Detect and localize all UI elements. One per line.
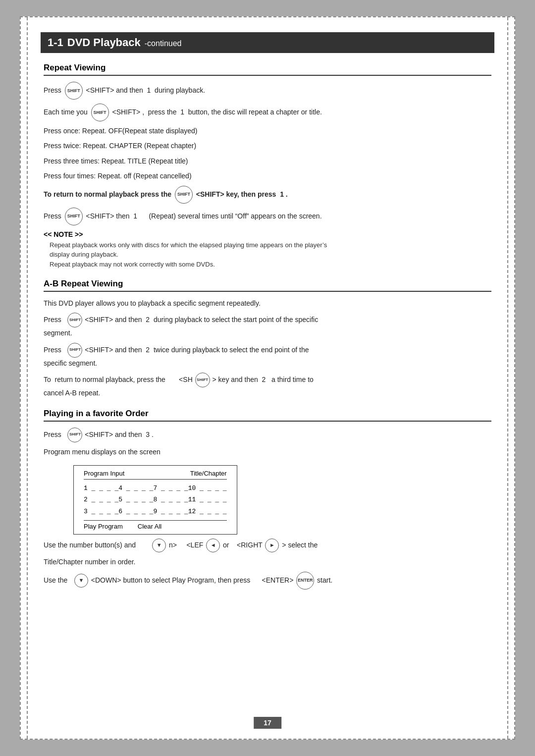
note-block: << NOTE >> Repeat playback works only wi… (44, 230, 491, 270)
pt-footer: Play Program Clear All (84, 520, 227, 530)
pt-rows: 1 _ _ _ _4 _ _ _ _7 _ _ _ _10 _ _ _ _ 2 … (84, 483, 227, 517)
ab-line3: To return to normal playback, press the … (44, 373, 491, 398)
pt-col2: Title/Chapter (190, 470, 227, 477)
press-label: Press (44, 86, 61, 94)
right-arrow-btn: ► (265, 539, 279, 552)
note-title: << NOTE >> (44, 230, 491, 238)
pt-clear-all: Clear All (138, 523, 161, 530)
shift-button-ab2: SHIFT (67, 343, 82, 358)
page-number: 17 (254, 717, 281, 729)
favorite-order-section: Playing in a favorite Order Press SHIFT … (41, 409, 494, 590)
rv-line2: Each time you SHIFT <SHIFT> , press the … (44, 104, 491, 121)
note-text: Repeat playback works only with discs fo… (44, 240, 491, 270)
manual-page: 1-1 DVD Playback -continued Repeat Viewi… (20, 16, 515, 740)
shift-button-4: SHIFT (65, 208, 83, 225)
rv-bold-line: To return to normal playback press the S… (44, 186, 491, 204)
rv-line4: Press twice: Repeat. CHAPTER (Repeat cha… (44, 140, 491, 151)
section-number: 1-1 (48, 36, 63, 49)
fav-line3: Use the number button(s) and ▼ n> <LEF ◄… (44, 539, 491, 552)
section-title: DVD Playback (67, 36, 141, 49)
pt-row2: 2 _ _ _ _5 _ _ _ _8 _ _ _ _11 _ _ _ _ (84, 494, 227, 505)
down-arrow-btn2: ▼ (74, 574, 88, 588)
rv-press-line: Press SHIFT <SHIFT> then 1 (Repeat) seve… (44, 208, 491, 225)
shift-button-ab3: SHIFT (195, 373, 210, 387)
shift-button-2: SHIFT (91, 104, 109, 121)
ab-repeat-section: A-B Repeat Viewing This DVD player allow… (41, 279, 494, 399)
section-header: 1-1 DVD Playback -continued (41, 32, 494, 53)
repeat-viewing-section: Repeat Viewing Press SHIFT <SHIFT> and t… (41, 63, 494, 269)
ab-line2: Press SHIFT <SHIFT> and then 2 twice dur… (44, 343, 491, 369)
ab-repeat-heading: A-B Repeat Viewing (44, 279, 491, 292)
rv-line1: Press SHIFT <SHIFT> and then 1 during pl… (44, 82, 491, 100)
shift-button-1: SHIFT (65, 82, 83, 100)
repeat-viewing-heading: Repeat Viewing (44, 63, 491, 76)
pt-header: Program Input Title/Chapter (84, 470, 227, 480)
shift-button-3: SHIFT (175, 186, 193, 204)
press-label-ab1: Press (44, 316, 65, 324)
fav-line2: Program menu displays on the screen (44, 446, 491, 457)
pt-row1: 1 _ _ _ _4 _ _ _ _7 _ _ _ _10 _ _ _ _ (84, 483, 227, 494)
ab-intro: This DVD player allows you to playback a… (44, 298, 491, 309)
pt-col1: Program Input (84, 470, 124, 477)
fav-line1: Press SHIFT <SHIFT> and then 3 . (44, 428, 491, 442)
fav-line5: Use the ▼ <DOWN> button to select Play P… (44, 572, 491, 590)
section-subtitle: -continued (145, 39, 182, 48)
shift-button-fav1: SHIFT (67, 428, 82, 442)
down-arrow-btn: ▼ (152, 539, 166, 552)
rv-line3: Press once: Repeat. OFF(Repeat state dis… (44, 125, 491, 136)
press-label-2: Press (44, 212, 63, 219)
rv-line5: Press three times: Repeat. TITLE (Repeat… (44, 156, 491, 166)
press-label-ab2: Press (44, 346, 65, 354)
favorite-order-heading: Playing in a favorite Order (44, 409, 491, 422)
pt-row3: 3 _ _ _ _6 _ _ _ _9 _ _ _ _12 _ _ _ _ (84, 506, 227, 517)
shift-button-ab1: SHIFT (67, 313, 82, 327)
rv-line6: Press four times: Repeat. off (Repeat ca… (44, 170, 491, 181)
left-arrow-btn: ◄ (206, 539, 220, 552)
pt-play-program: Play Program (84, 523, 123, 530)
enter-button: ENTER (296, 572, 314, 590)
ab-line1: Press SHIFT <SHIFT> and then 2 during pl… (44, 313, 491, 338)
program-table: Program Input Title/Chapter 1 _ _ _ _4 _… (73, 465, 237, 535)
fav-line4: Title/Chapter number in order. (44, 556, 491, 567)
